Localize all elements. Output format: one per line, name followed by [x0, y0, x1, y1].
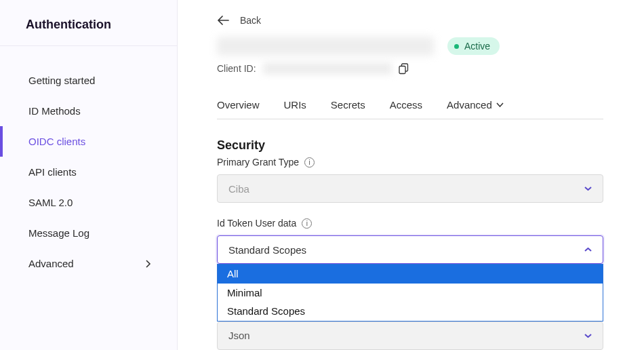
- id-token-dropdown: All Minimal Standard Scopes: [217, 264, 603, 322]
- sidebar-item-saml[interactable]: SAML 2.0: [0, 187, 177, 218]
- tab-label: Secrets: [331, 99, 365, 111]
- format-select[interactable]: Json: [217, 322, 603, 350]
- tab-label: URIs: [284, 99, 306, 111]
- chevron-right-icon: [144, 260, 151, 268]
- select-value: Ciba: [228, 183, 249, 195]
- field-label-text: Primary Grant Type: [217, 157, 299, 168]
- sidebar-item-label: ID Methods: [28, 105, 81, 117]
- tab-access[interactable]: Access: [390, 99, 422, 111]
- info-icon[interactable]: i: [304, 157, 315, 168]
- info-icon[interactable]: i: [302, 218, 312, 229]
- tab-label: Advanced: [447, 99, 492, 111]
- client-id-redacted: [263, 62, 392, 75]
- sidebar-item-label: OIDC clients: [28, 136, 85, 147]
- back-button[interactable]: Back: [217, 15, 603, 26]
- status-badge: Active: [447, 37, 500, 55]
- client-name-redacted: [217, 37, 434, 56]
- sidebar-item-advanced[interactable]: Advanced: [0, 248, 177, 279]
- copy-icon[interactable]: [399, 63, 409, 75]
- sidebar-item-id-methods[interactable]: ID Methods: [0, 96, 177, 126]
- caret-down-icon: [584, 334, 592, 338]
- svg-rect-1: [399, 66, 405, 73]
- sidebar-item-label: SAML 2.0: [28, 197, 73, 208]
- dropdown-option-minimal[interactable]: Minimal: [218, 284, 603, 303]
- sidebar: Authentication Getting started ID Method…: [0, 0, 178, 350]
- client-id-row: Client ID:: [217, 62, 603, 75]
- tab-label: Overview: [217, 99, 260, 111]
- chevron-down-icon: [496, 102, 504, 107]
- id-token-select[interactable]: Standard Scopes: [217, 235, 603, 264]
- tab-bar: Overview URIs Secrets Access Advanced: [217, 99, 603, 119]
- tab-label: Access: [390, 99, 422, 111]
- arrow-left-icon: [217, 16, 229, 25]
- sidebar-item-getting-started[interactable]: Getting started: [0, 65, 177, 96]
- sidebar-title: Authentication: [0, 12, 177, 46]
- client-id-label: Client ID:: [217, 63, 256, 74]
- primary-grant-select[interactable]: Ciba: [217, 174, 603, 203]
- id-token-label: Id Token User data i: [217, 218, 603, 229]
- sidebar-item-message-log[interactable]: Message Log: [0, 218, 177, 248]
- field-label-text: Id Token User data: [217, 218, 296, 229]
- sidebar-item-label: Getting started: [28, 75, 95, 86]
- select-value: Standard Scopes: [228, 244, 306, 256]
- tab-overview[interactable]: Overview: [217, 99, 260, 111]
- sidebar-item-label: Message Log: [28, 227, 89, 239]
- status-label: Active: [464, 41, 490, 52]
- tab-advanced[interactable]: Advanced: [447, 99, 504, 111]
- sidebar-item-api-clients[interactable]: API clients: [0, 157, 177, 187]
- tab-secrets[interactable]: Secrets: [331, 99, 365, 111]
- sidebar-item-label: API clients: [28, 166, 77, 178]
- back-label: Back: [240, 15, 261, 26]
- section-title-security: Security: [217, 138, 603, 153]
- sidebar-item-oidc-clients[interactable]: OIDC clients: [0, 126, 177, 157]
- caret-down-icon: [584, 187, 592, 191]
- dropdown-option-standard-scopes[interactable]: Standard Scopes: [218, 302, 603, 321]
- client-header: Active: [217, 37, 603, 56]
- sidebar-nav: Getting started ID Methods OIDC clients …: [0, 46, 177, 279]
- primary-grant-label: Primary Grant Type i: [217, 157, 603, 168]
- status-dot-icon: [454, 44, 459, 49]
- main-content: Back Active Client ID: Overview URIs Sec…: [178, 0, 644, 350]
- caret-up-icon: [584, 248, 592, 252]
- dropdown-option-all[interactable]: All: [218, 265, 603, 284]
- tab-uris[interactable]: URIs: [284, 99, 306, 111]
- select-value: Json: [228, 330, 250, 341]
- sidebar-item-label: Advanced: [28, 258, 74, 269]
